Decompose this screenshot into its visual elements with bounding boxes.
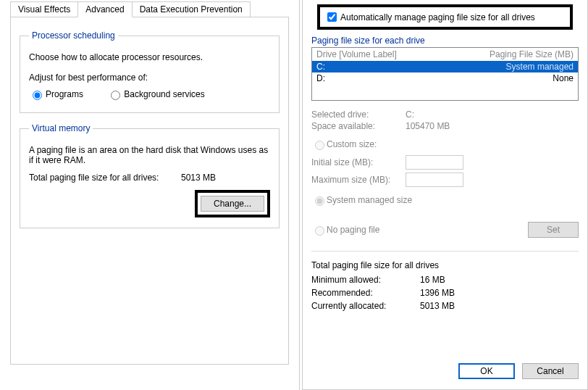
change-highlight-box: Change... (195, 190, 270, 217)
selected-drive-value: C: (406, 109, 414, 120)
drive-list[interactable]: Drive [Volume Label] Paging File Size (M… (311, 47, 579, 101)
radio-programs-input[interactable] (33, 91, 42, 100)
radio-no-paging: No paging file (311, 222, 379, 238)
initial-size-input (406, 155, 463, 170)
selected-drive-row: Selected drive: C: (311, 109, 579, 120)
radio-custom-size-input (315, 141, 324, 150)
total-paging-label: Total paging file size for all drives: (29, 173, 181, 183)
radio-custom-size-label: Custom size: (327, 139, 377, 149)
change-button[interactable]: Change... (201, 196, 264, 212)
currently-allocated-value: 5013 MB (420, 301, 455, 311)
divider (311, 251, 579, 252)
dialog-button-row: OK Cancel (311, 354, 579, 389)
maximum-size-input (406, 173, 463, 187)
processor-scheduling-group: Processor scheduling Choose how to alloc… (20, 30, 280, 113)
radio-system-managed-label: System managed size (327, 195, 412, 205)
drive-row-c-label: C: (316, 62, 360, 72)
virtual-memory-legend: Virtual memory (29, 123, 93, 133)
initial-size-label: Initial size (MB): (311, 157, 406, 167)
min-allowed-value: 16 MB (420, 275, 445, 285)
total-paging-line: Total paging file size for all drives: 5… (29, 173, 270, 183)
recommended-value: 1396 MB (420, 288, 455, 298)
radio-programs[interactable]: Programs (29, 88, 83, 100)
tab-visual-effects[interactable]: Visual Effects (10, 1, 78, 17)
radio-custom-size: Custom size: (311, 138, 377, 150)
processor-scheduling-legend: Processor scheduling (29, 30, 118, 41)
drive-row-d[interactable]: D: None (312, 72, 578, 84)
tab-advanced-body: Processor scheduling Choose how to alloc… (10, 17, 289, 365)
custom-size-block: Custom size: Initial size (MB): Maximum … (311, 138, 579, 190)
total-paging-value: 5013 MB (181, 173, 216, 183)
paging-each-drive-title: Paging file size for each drive (311, 36, 579, 46)
drive-row-c[interactable]: C: System managed (312, 61, 578, 72)
totals-block: Total paging file size for all drives Mi… (311, 257, 579, 314)
virtual-memory-dialog: Automatically manage paging file size fo… (302, 0, 588, 390)
drive-row-d-label: D: (316, 73, 360, 83)
space-available-row: Space available: 105470 MB (311, 121, 579, 131)
maximum-size-label: Maximum size (MB): (311, 175, 406, 185)
tab-strip: Visual Effects Advanced Data Execution P… (0, 0, 299, 17)
radio-no-paging-label: No paging file (327, 225, 379, 235)
virtual-memory-group: Virtual memory A paging file is an area … (20, 123, 280, 228)
radio-no-paging-input (315, 226, 324, 236)
auto-manage-highlight-box: Automatically manage paging file size fo… (317, 4, 573, 30)
radio-system-managed: System managed size (311, 194, 579, 206)
drive-list-header: Drive [Volume Label] Paging File Size (M… (312, 48, 578, 61)
auto-manage-checkbox-label[interactable]: Automatically manage paging file size fo… (324, 10, 535, 24)
min-allowed-key: Minimum allowed: (311, 275, 420, 285)
currently-allocated-key: Currently allocated: (311, 301, 420, 311)
scheduling-radio-group: Programs Background services (29, 88, 270, 102)
space-available-value: 105470 MB (406, 121, 450, 131)
radio-background-input[interactable] (111, 91, 120, 100)
tab-dep[interactable]: Data Execution Prevention (132, 1, 251, 17)
tab-advanced[interactable]: Advanced (77, 1, 132, 17)
drive-row-c-value: System managed (506, 62, 574, 72)
recommended-key: Recommended: (311, 288, 420, 298)
performance-options-panel: Visual Effects Advanced Data Execution P… (0, 0, 300, 390)
set-button: Set (528, 222, 579, 238)
drive-list-header-right: Paging File Size (MB) (490, 49, 574, 59)
totals-heading: Total paging file size for all drives (311, 260, 579, 270)
radio-background[interactable]: Background services (107, 88, 204, 100)
selected-drive-key: Selected drive: (311, 109, 406, 120)
processor-scheduling-desc: Choose how to allocate processor resourc… (29, 52, 270, 62)
cancel-button[interactable]: Cancel (522, 363, 579, 379)
ok-button[interactable]: OK (458, 363, 515, 379)
adjust-label: Adjust for best performance of: (29, 72, 270, 83)
auto-manage-checkbox[interactable] (327, 12, 337, 22)
auto-manage-text: Automatically manage paging file size fo… (340, 12, 535, 22)
drive-row-d-value: None (553, 73, 574, 83)
space-available-key: Space available: (311, 121, 406, 131)
virtual-memory-desc: A paging file is an area on the hard dis… (29, 145, 270, 165)
radio-system-managed-input (315, 196, 324, 206)
radio-background-label: Background services (124, 89, 204, 99)
radio-programs-label: Programs (46, 89, 83, 99)
drive-list-header-left: Drive [Volume Label] (316, 49, 397, 59)
